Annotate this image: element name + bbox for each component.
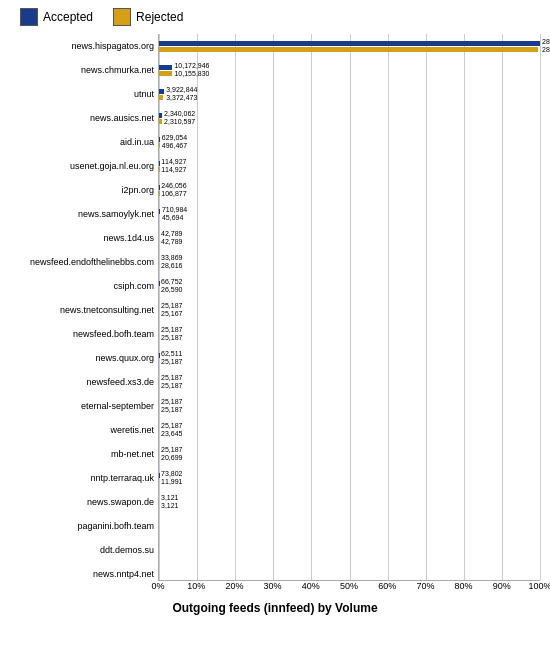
bar-values: 33,86928,616 xyxy=(159,254,182,271)
bar-values: 629,054496,467 xyxy=(160,134,187,151)
bar-row: 73,80211,991 xyxy=(159,466,540,490)
y-labels: news.hispagatos.orgnews.chmurka.netutnut… xyxy=(10,34,158,586)
y-label: news.swapon.de xyxy=(10,490,158,514)
bars-area: 287,507,334285,624,46910,172,94610,155,8… xyxy=(158,34,540,581)
bar-values: 25,18725,167 xyxy=(159,302,182,319)
bar-row: 25,18725,187 xyxy=(159,370,540,394)
y-label: news.hispagatos.org xyxy=(10,34,158,58)
y-label: news.ausics.net xyxy=(10,106,158,130)
y-label: ddt.demos.su xyxy=(10,538,158,562)
bar-values: 25,18723,645 xyxy=(159,422,182,439)
y-label: eternal-september xyxy=(10,394,158,418)
y-label: news.nntp4.net xyxy=(10,562,158,586)
y-label: mb-net.net xyxy=(10,442,158,466)
bar-row: 62,51125,187 xyxy=(159,346,540,370)
bar-values: 25,18725,187 xyxy=(159,326,182,343)
y-label: utnut xyxy=(10,82,158,106)
accepted-color-box xyxy=(20,8,38,26)
rejected-bar xyxy=(159,95,163,100)
y-label: paganini.bofh.team xyxy=(10,514,158,538)
chart-title: Outgoing feeds (innfeed) by Volume xyxy=(10,601,540,615)
x-axis: 0%10%20%30%40%50%60%70%80%90%100% xyxy=(158,581,540,597)
bar-row: 3,922,8443,372,473 xyxy=(159,82,540,106)
rejected-color-box xyxy=(113,8,131,26)
y-label: news.chmurka.net xyxy=(10,58,158,82)
y-label: usenet.goja.nl.eu.org xyxy=(10,154,158,178)
x-axis-label: 30% xyxy=(264,581,282,591)
bar-row: 287,507,334285,624,469 xyxy=(159,34,540,58)
x-axis-label: 20% xyxy=(225,581,243,591)
bar-row: 33,86928,616 xyxy=(159,250,540,274)
x-axis-label: 100% xyxy=(528,581,550,591)
y-label: newsfeed.xs3.de xyxy=(10,370,158,394)
bar-row: 66,75226,590 xyxy=(159,274,540,298)
accepted-bar xyxy=(159,41,540,46)
x-axis-label: 50% xyxy=(340,581,358,591)
x-axis-label: 80% xyxy=(455,581,473,591)
y-label: news.samoylyk.net xyxy=(10,202,158,226)
y-label: news.1d4.us xyxy=(10,226,158,250)
y-label: weretis.net xyxy=(10,418,158,442)
bar-values: 66,75226,590 xyxy=(159,278,182,295)
x-axis-label: 70% xyxy=(416,581,434,591)
bar-values: 42,78942,789 xyxy=(159,230,182,247)
y-label: news.tnetconsulting.net xyxy=(10,298,158,322)
bar-row: 710,98445,694 xyxy=(159,202,540,226)
bar-row: 2,340,0622,310,597 xyxy=(159,106,540,130)
legend-accepted: Accepted xyxy=(20,8,93,26)
y-label: newsfeed.endofthelinebbs.com xyxy=(10,250,158,274)
bar-row: 42,78942,789 xyxy=(159,226,540,250)
x-axis-label: 40% xyxy=(302,581,320,591)
bar-values: 114,927114,927 xyxy=(159,158,186,175)
bar-values: 25,18720,699 xyxy=(159,446,182,463)
bar-row: 246,056106,877 xyxy=(159,178,540,202)
accepted-label: Accepted xyxy=(43,10,93,24)
chart-body: news.hispagatos.orgnews.chmurka.netutnut… xyxy=(10,34,540,597)
bar-row: 629,054496,467 xyxy=(159,130,540,154)
bar-values: 3,922,8443,372,473 xyxy=(164,86,197,103)
bar-values: 73,80211,991 xyxy=(159,470,182,487)
x-axis-label: 60% xyxy=(378,581,396,591)
x-axis-label: 90% xyxy=(493,581,511,591)
chart-container: Accepted Rejected news.hispagatos.orgnew… xyxy=(0,0,550,655)
bar-values: 287,507,334285,624,469 xyxy=(540,38,550,55)
bar-values: 25,18725,187 xyxy=(159,398,182,415)
legend-rejected: Rejected xyxy=(113,8,183,26)
bar-values: 3,1213,121 xyxy=(159,494,179,511)
rejected-label: Rejected xyxy=(136,10,183,24)
legend: Accepted Rejected xyxy=(10,8,540,26)
bar-row: 25,18725,187 xyxy=(159,394,540,418)
y-label: aid.in.ua xyxy=(10,130,158,154)
rejected-bar xyxy=(159,71,172,76)
bar-row xyxy=(159,538,540,562)
bar-row: 25,18725,167 xyxy=(159,298,540,322)
bar-row: 25,18725,187 xyxy=(159,322,540,346)
y-label: csiph.com xyxy=(10,274,158,298)
bar-row: 10,172,94610,155,830 xyxy=(159,58,540,82)
accepted-bar xyxy=(159,65,172,70)
bar-values: 2,340,0622,310,597 xyxy=(162,110,195,127)
y-label: newsfeed.bofh.team xyxy=(10,322,158,346)
grid-line xyxy=(540,34,541,580)
bar-row: 25,18720,699 xyxy=(159,442,540,466)
bar-row: 25,18723,645 xyxy=(159,418,540,442)
bar-values: 246,056106,877 xyxy=(159,182,186,199)
x-axis-label: 10% xyxy=(187,581,205,591)
bar-row xyxy=(159,514,540,538)
bar-values: 710,98445,694 xyxy=(160,206,187,223)
rejected-bar xyxy=(159,47,538,52)
x-axis-label: 0% xyxy=(151,581,164,591)
bar-values: 62,51125,187 xyxy=(159,350,182,367)
bar-row: 3,1213,121 xyxy=(159,490,540,514)
bar-row: 114,927114,927 xyxy=(159,154,540,178)
y-label: news.quux.org xyxy=(10,346,158,370)
y-label: nntp.terraraq.uk xyxy=(10,466,158,490)
bar-values: 25,18725,187 xyxy=(159,374,182,391)
bar-values: 10,172,94610,155,830 xyxy=(172,62,209,79)
y-label: i2pn.org xyxy=(10,178,158,202)
